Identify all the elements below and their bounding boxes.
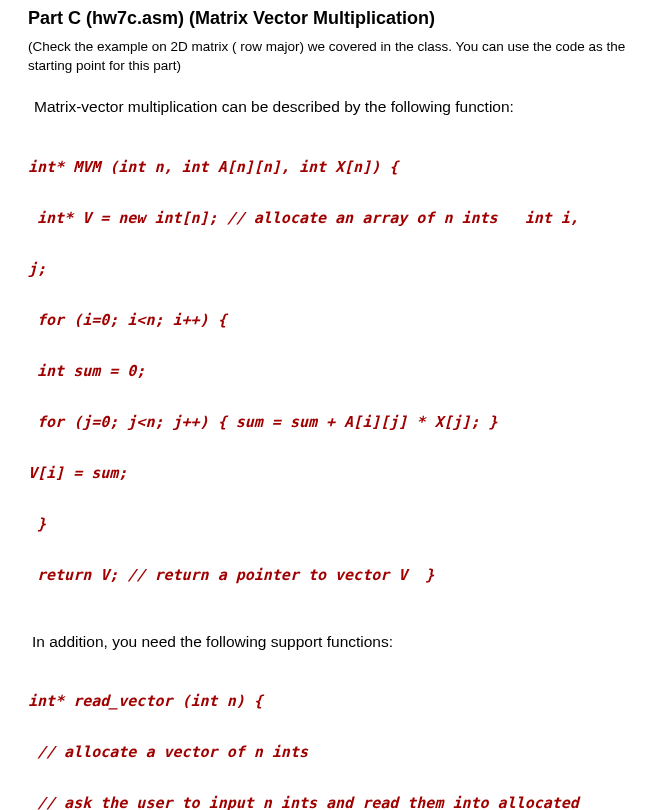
code-line: int sum = 0; xyxy=(28,359,635,385)
code-line: j; xyxy=(28,257,635,283)
code-line: return V; // return a pointer to vector … xyxy=(28,563,635,589)
code-line: int* MVM (int n, int A[n][n], int X[n]) … xyxy=(28,155,635,181)
page-title: Part C (hw7c.asm) (Matrix Vector Multipl… xyxy=(28,6,635,30)
intro-text: Matrix-vector multiplication can be desc… xyxy=(34,97,635,118)
code-line: V[i] = sum; xyxy=(28,461,635,487)
subtitle-note: (Check the example on 2D matrix ( row ma… xyxy=(28,38,635,74)
support-code-block: int* read_vector (int n) { // allocate a… xyxy=(28,663,635,810)
code-line: // ask the user to input n ints and read… xyxy=(28,791,635,810)
code-line: for (j=0; j<n; j++) { sum = sum + A[i][j… xyxy=(28,410,635,436)
code-line: int* V = new int[n]; // allocate an arra… xyxy=(28,206,635,232)
code-line: } xyxy=(28,512,635,538)
code-line: int* read_vector (int n) { xyxy=(28,689,635,715)
code-line: for (i=0; i<n; i++) { xyxy=(28,308,635,334)
mvm-code-block: int* MVM (int n, int A[n][n], int X[n]) … xyxy=(28,130,635,615)
support-intro: In addition, you need the following supp… xyxy=(32,632,635,653)
code-line: // allocate a vector of n ints xyxy=(28,740,635,766)
